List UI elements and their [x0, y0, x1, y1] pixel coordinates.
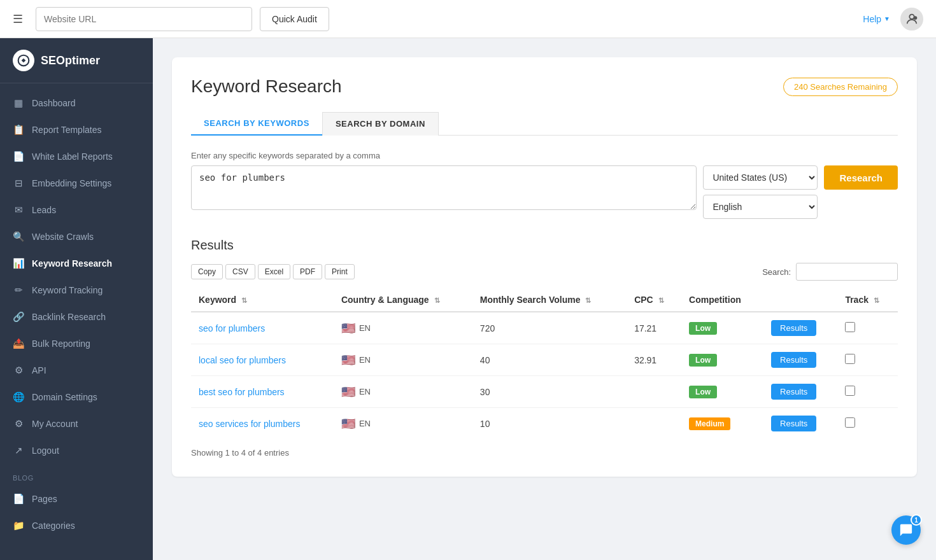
sidebar-item-label: Backlink Research: [32, 312, 106, 322]
sidebar-item-embedding[interactable]: ⊟ Embedding Settings: [0, 170, 153, 197]
search-form: seo for plumbers United States (US) Unit…: [191, 165, 898, 219]
col-country-language[interactable]: Country & Language ⇅: [334, 288, 472, 312]
sidebar-item-label: Pages: [32, 494, 57, 504]
track-checkbox[interactable]: [845, 322, 855, 332]
form-selects: United States (US) United Kingdom (UK) C…: [703, 165, 818, 219]
sidebar-item-keyword-tracking[interactable]: ✏ Keyword Tracking: [0, 277, 153, 304]
language-select[interactable]: English Spanish French German: [703, 195, 818, 219]
csv-button[interactable]: CSV: [225, 264, 255, 279]
cell-results-btn: Results: [763, 376, 837, 408]
research-button[interactable]: Research: [824, 165, 898, 190]
sidebar-item-label: Domain Settings: [32, 392, 97, 402]
logo-icon: [13, 50, 34, 71]
cell-keyword: seo services for plumbers: [191, 408, 334, 440]
cell-country-lang: 🇺🇸 EN: [334, 376, 472, 408]
sidebar-item-report-templates[interactable]: 📋 Report Templates: [0, 116, 153, 143]
content-card: Keyword Research 240 Searches Remaining …: [172, 57, 917, 477]
results-link-button[interactable]: Results: [771, 320, 816, 336]
results-link-button[interactable]: Results: [771, 416, 816, 431]
sidebar-item-leads[interactable]: ✉ Leads: [0, 197, 153, 223]
col-track[interactable]: Track ⇅: [837, 288, 898, 312]
cell-track: [837, 408, 898, 440]
sidebar-item-pages[interactable]: 📄 Pages: [0, 486, 153, 512]
sidebar-item-backlink-research[interactable]: 🔗 Backlink Research: [0, 304, 153, 330]
tab-search-by-domain[interactable]: SEARCH BY DOMAIN: [322, 112, 439, 136]
main-layout: SEOptimer ▦ Dashboard 📋 Report Templates…: [0, 38, 936, 560]
results-table: Keyword ⇅ Country & Language ⇅ Monthly S…: [191, 288, 898, 439]
blog-section-label: Blog: [0, 464, 153, 486]
sidebar-item-logout[interactable]: ↗ Logout: [0, 437, 153, 464]
main-content: Keyword Research 240 Searches Remaining …: [153, 38, 936, 560]
sidebar-item-dashboard[interactable]: ▦ Dashboard: [0, 90, 153, 116]
svg-point-0: [909, 14, 914, 18]
cell-country-lang: 🇺🇸 EN: [334, 344, 472, 376]
table-btn-group: Copy CSV Excel PDF Print: [191, 264, 355, 279]
cell-results-btn: Results: [763, 344, 837, 376]
col-cpc[interactable]: CPC ⇅: [627, 288, 681, 312]
competition-badge: Medium: [689, 417, 730, 430]
chat-bubble[interactable]: 1: [891, 515, 921, 545]
col-keyword[interactable]: Keyword ⇅: [191, 288, 334, 312]
cell-monthly-search-volume: 10: [472, 408, 627, 440]
flag-icon: 🇺🇸: [341, 417, 355, 431]
table-row: seo for plumbers 🇺🇸 EN 720 17.21 Low Res…: [191, 312, 898, 344]
cell-track: [837, 344, 898, 376]
sidebar-item-label: Logout: [32, 445, 59, 456]
tab-search-by-keywords[interactable]: SEARCH BY KEYWORDS: [191, 112, 322, 136]
website-crawls-icon: 🔍: [13, 231, 24, 242]
white-label-icon: 📄: [13, 151, 24, 162]
cell-competition: Low: [681, 312, 763, 344]
categories-icon: 📁: [13, 520, 24, 531]
track-checkbox[interactable]: [845, 354, 855, 364]
url-input[interactable]: [36, 7, 252, 31]
logout-icon: ↗: [13, 445, 24, 456]
keyword-link[interactable]: local seo for plumbers: [199, 355, 286, 365]
track-checkbox[interactable]: [845, 386, 855, 396]
sidebar-item-categories[interactable]: 📁 Categories: [0, 512, 153, 539]
sidebar-item-website-crawls[interactable]: 🔍 Website Crawls: [0, 223, 153, 250]
results-title: Results: [191, 238, 898, 253]
backlink-research-icon: 🔗: [13, 311, 24, 323]
help-dropdown-arrow: ▼: [884, 15, 890, 22]
col-monthly-search-volume[interactable]: Monthly Search Volume ⇅: [472, 288, 627, 312]
keyword-research-icon: 📊: [13, 258, 24, 269]
country-select[interactable]: United States (US) United Kingdom (UK) C…: [703, 165, 818, 190]
help-button[interactable]: Help ▼: [863, 14, 890, 24]
lang-badge: EN: [359, 323, 371, 333]
sidebar-item-white-label[interactable]: 📄 White Label Reports: [0, 143, 153, 170]
sidebar-item-label: Categories: [32, 521, 75, 531]
sidebar-item-domain-settings[interactable]: 🌐 Domain Settings: [0, 384, 153, 410]
results-link-button[interactable]: Results: [771, 384, 816, 400]
copy-button[interactable]: Copy: [191, 264, 223, 279]
top-header: ☰ Quick Audit Help ▼: [0, 0, 936, 38]
keyword-link[interactable]: seo for plumbers: [199, 323, 265, 333]
hamburger-icon[interactable]: ☰: [13, 12, 23, 26]
cell-country-lang: 🇺🇸 EN: [334, 408, 472, 440]
keyword-textarea[interactable]: seo for plumbers: [191, 165, 697, 210]
sidebar-item-keyword-research[interactable]: 📊 Keyword Research: [0, 250, 153, 277]
cell-cpc: [627, 376, 681, 408]
excel-button[interactable]: Excel: [258, 264, 290, 279]
col-results: [763, 288, 837, 312]
table-search-input[interactable]: [796, 263, 898, 281]
table-row: local seo for plumbers 🇺🇸 EN 40 32.91 Lo…: [191, 344, 898, 376]
results-link-button[interactable]: Results: [771, 352, 816, 368]
track-checkbox[interactable]: [845, 417, 855, 428]
print-button[interactable]: Print: [325, 264, 355, 279]
competition-badge: Low: [689, 386, 717, 398]
col-competition[interactable]: Competition: [681, 288, 763, 312]
user-avatar[interactable]: [900, 8, 923, 31]
lang-badge: EN: [359, 419, 371, 428]
sidebar-logo: SEOptimer: [0, 38, 153, 83]
sidebar-item-api[interactable]: ⚙ API: [0, 357, 153, 384]
sidebar-item-label: API: [32, 365, 46, 375]
sidebar-item-label: Bulk Reporting: [32, 339, 90, 349]
pdf-button[interactable]: PDF: [293, 264, 322, 279]
sidebar-item-bulk-reporting[interactable]: 📤 Bulk Reporting: [0, 330, 153, 357]
keyword-link[interactable]: seo services for plumbers: [199, 419, 301, 429]
keyword-link[interactable]: best seo for plumbers: [199, 387, 285, 397]
cell-keyword: best seo for plumbers: [191, 376, 334, 408]
sidebar-item-my-account[interactable]: ⚙ My Account: [0, 410, 153, 437]
quick-audit-button[interactable]: Quick Audit: [260, 7, 329, 31]
competition-badge: Low: [689, 322, 717, 335]
